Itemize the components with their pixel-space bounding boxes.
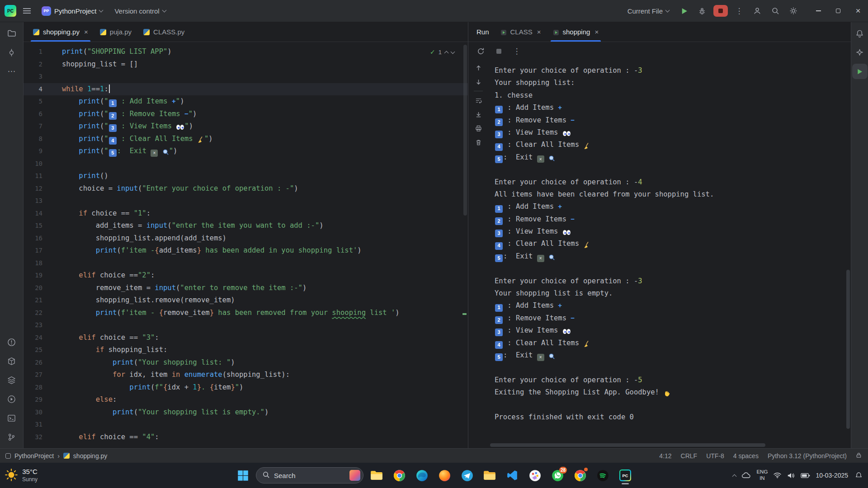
chrome-icon[interactable] — [390, 466, 409, 485]
date-display[interactable]: 10-03-2025 — [816, 472, 848, 479]
clear-console-button[interactable] — [472, 137, 484, 147]
line-number[interactable]: 17 — [24, 244, 52, 257]
tab-close-icon[interactable]: × — [594, 28, 599, 36]
telegram-icon[interactable] — [458, 466, 476, 485]
soft-wrap-button[interactable] — [472, 95, 484, 105]
tab-close-icon[interactable]: × — [537, 28, 541, 36]
scroll-to-end-button[interactable] — [472, 109, 484, 119]
breadcrumb-file[interactable]: shopping.py — [73, 452, 108, 460]
rerun-button[interactable] — [473, 43, 488, 59]
firefox-icon[interactable] — [435, 466, 454, 485]
line-number[interactable]: 5 — [24, 95, 52, 108]
project-toolwindow-icon[interactable] — [4, 26, 19, 41]
tab-close-icon[interactable]: × — [84, 28, 88, 36]
prev-occurrence-button[interactable] — [472, 63, 484, 73]
line-number[interactable]: 31 — [24, 418, 52, 431]
notification-center-icon[interactable] — [854, 470, 863, 480]
stop-button[interactable] — [713, 5, 728, 17]
line-number[interactable]: 4 — [24, 83, 52, 96]
python-console-toolwindow-icon[interactable] — [4, 391, 19, 407]
line-number[interactable]: 9 — [24, 145, 52, 158]
cursor-position[interactable]: 4:12 — [659, 452, 671, 460]
notifications-icon[interactable] — [852, 26, 868, 41]
print-button[interactable] — [472, 123, 484, 133]
stop-process-button[interactable] — [491, 43, 506, 59]
editor-tab-shopping.py[interactable]: shopping.py× — [27, 22, 94, 42]
battery-icon[interactable] — [801, 473, 810, 478]
console-hscrollbar[interactable] — [490, 443, 765, 447]
console-more-options[interactable]: ⋮ — [509, 43, 524, 59]
taskbar-search[interactable]: Search — [256, 467, 363, 483]
version-control-menu[interactable]: Version control — [110, 5, 170, 18]
editor-tab-puja.py[interactable]: puja.py — [94, 22, 137, 42]
edge-icon[interactable] — [412, 466, 431, 485]
line-number[interactable]: 12 — [24, 183, 52, 195]
editor-tab-CLASS.py[interactable]: CLASS.py — [137, 22, 190, 42]
start-button[interactable] — [233, 466, 252, 485]
line-number[interactable]: 32 — [24, 431, 52, 444]
file-explorer-icon[interactable] — [367, 466, 386, 485]
run-toolwindow-button[interactable] — [852, 64, 868, 79]
line-number[interactable]: 3 — [24, 70, 52, 83]
services-toolwindow-icon[interactable] — [4, 372, 19, 388]
code-editor[interactable]: 1print("SHOPPING LIST APP")2shopping_lis… — [24, 42, 468, 448]
settings-button[interactable] — [786, 3, 801, 19]
console-output[interactable]: Enter your choice of operation : -3Your … — [488, 60, 851, 448]
line-number[interactable]: 7 — [24, 120, 52, 133]
tray-chevron-icon[interactable] — [733, 473, 736, 478]
wifi-icon[interactable] — [773, 472, 782, 479]
line-number[interactable]: 8 — [24, 133, 52, 145]
line-number[interactable]: 14 — [24, 207, 52, 220]
language-indicator[interactable]: ENG IN — [756, 469, 768, 482]
main-menu-button[interactable] — [19, 3, 34, 19]
terminal-toolwindow-icon[interactable] — [4, 410, 19, 426]
python-packages-toolwindow-icon[interactable] — [4, 353, 19, 369]
line-number[interactable]: 20 — [24, 282, 52, 295]
next-occurrence-button[interactable] — [472, 77, 484, 87]
folder-icon[interactable] — [480, 466, 499, 485]
problems-toolwindow-icon[interactable] — [4, 334, 19, 350]
chrome-profile-icon[interactable] — [571, 466, 590, 485]
line-number[interactable]: 6 — [24, 108, 52, 121]
weather-widget[interactable]: 35°C Sunny — [5, 468, 90, 483]
line-number[interactable]: 15 — [24, 220, 52, 232]
chevron-up-icon[interactable] — [444, 51, 449, 56]
project-selector[interactable]: PP PythonProject — [37, 4, 107, 19]
line-separator-indicator[interactable]: CRLF — [681, 452, 698, 460]
onedrive-icon[interactable] — [741, 472, 751, 479]
line-number[interactable]: 22 — [24, 307, 52, 319]
line-number[interactable]: 1 — [24, 46, 52, 58]
volume-icon[interactable] — [787, 472, 795, 479]
close-button[interactable]: × — [848, 0, 868, 22]
line-number[interactable]: 24 — [24, 332, 52, 344]
search-everywhere-button[interactable] — [768, 3, 783, 19]
paint-icon[interactable] — [525, 466, 544, 485]
pycharm-icon[interactable]: PC — [616, 466, 635, 485]
inspections-widget[interactable]: ✓ 1 — [426, 45, 458, 60]
line-number[interactable]: 25 — [24, 344, 52, 357]
whatsapp-icon[interactable]: 28 — [548, 466, 567, 485]
maximize-button[interactable] — [828, 0, 848, 22]
profile-button[interactable] — [750, 3, 765, 19]
console-vscrollbar[interactable] — [846, 270, 850, 429]
line-number[interactable]: 16 — [24, 232, 52, 245]
commit-toolwindow-icon[interactable] — [4, 45, 19, 60]
line-number[interactable]: 11 — [24, 170, 52, 183]
line-number[interactable]: 29 — [24, 394, 52, 406]
breadcrumb-project[interactable]: PythonProject — [14, 452, 54, 460]
line-number[interactable]: 21 — [24, 294, 52, 307]
line-number[interactable]: 13 — [24, 195, 52, 207]
indent-indicator[interactable]: 4 spaces — [733, 452, 759, 460]
more-toolwindows-icon[interactable]: ⋯ — [4, 64, 19, 79]
minimize-button[interactable] — [808, 0, 828, 22]
line-number[interactable]: 19 — [24, 269, 52, 282]
run-tab-CLASS[interactable]: CLASS× — [495, 22, 547, 42]
encoding-indicator[interactable]: UTF-8 — [706, 452, 724, 460]
debug-button[interactable] — [694, 3, 710, 19]
spotify-icon[interactable] — [593, 466, 612, 485]
line-number[interactable]: 27 — [24, 369, 52, 381]
run-tab-shopping[interactable]: shopping× — [547, 22, 605, 42]
line-number[interactable]: 28 — [24, 381, 52, 394]
line-number[interactable]: 2 — [24, 58, 52, 71]
line-number[interactable]: 23 — [24, 319, 52, 332]
